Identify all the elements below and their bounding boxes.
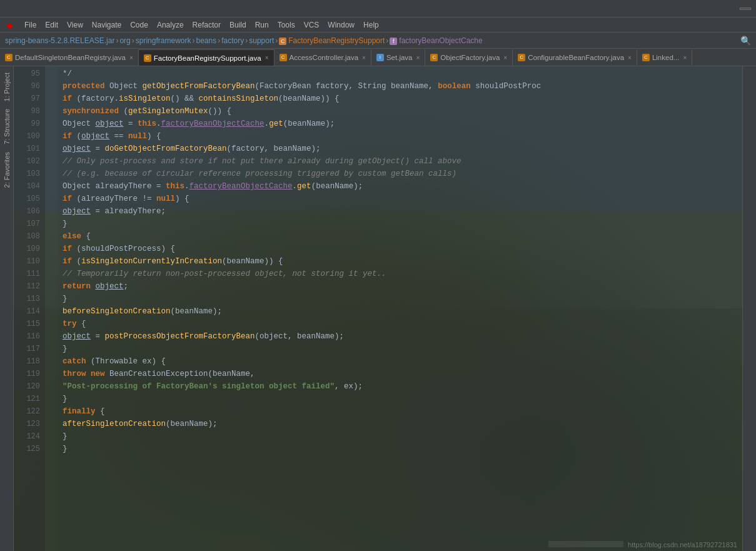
breadcrumb-separator: › (386, 36, 388, 45)
tab-icon: C (144, 54, 151, 62)
code-line: } (63, 393, 737, 405)
tab-label: Set.java (386, 54, 413, 61)
code-container: 9596979899100101102103104105106107108109… (14, 66, 742, 551)
code-line: afterSingletonCreation(beanName); (63, 418, 737, 430)
menu-item-edit[interactable]: Edit (41, 19, 62, 31)
tab-close-button[interactable]: × (129, 54, 133, 61)
main-area: 1: Project7: Structure2: Favorites 95969… (0, 66, 756, 551)
tab-objectfactory.java[interactable]: CObjectFactory.java× (425, 49, 513, 66)
menu-item-tools[interactable]: Tools (274, 19, 299, 31)
breadcrumb-separator: › (245, 36, 248, 45)
tab-close-button[interactable]: × (265, 54, 269, 61)
tab-label: ObjectFactory.java (440, 54, 500, 61)
menu-item-code[interactable]: Code (126, 19, 152, 31)
code-line: return object; (63, 280, 737, 293)
watermark-text: https://blog.csdn.net/a18792721831 (548, 541, 737, 548)
breadcrumb-item[interactable]: support (249, 36, 274, 45)
line-number: 105 (14, 193, 40, 205)
code-line: Object object = this.factoryBeanObjectCa… (63, 118, 737, 130)
tab-close-button[interactable]: × (362, 54, 366, 61)
tab-icon: C (5, 54, 13, 61)
code-line: } (63, 218, 737, 230)
line-number: 114 (14, 305, 40, 318)
line-number: 98 (14, 105, 40, 118)
tab-close-button[interactable]: × (683, 54, 687, 61)
breadcrumb-item[interactable]: factory (221, 36, 244, 45)
code-line: protected Object getObjectFromFactoryBea… (63, 80, 737, 93)
tab-set.java[interactable]: ISet.java× (371, 49, 425, 66)
line-number: 113 (14, 293, 40, 305)
code-line: object = postProcessObjectFromFactoryBea… (63, 330, 737, 343)
intellij-logo: ◆ (3, 19, 17, 31)
search-icon[interactable]: 🔍 (740, 36, 751, 46)
menu-item-analyze[interactable]: Analyze (153, 19, 188, 31)
breadcrumb-item[interactable]: ffactoryBeanObjectCache (390, 36, 482, 45)
field-icon: f (390, 38, 397, 45)
side-panel-label[interactable]: 1: Project (2, 69, 12, 105)
breadcrumb-separator: › (132, 36, 134, 45)
code-line: else { (63, 230, 737, 243)
tab-accesscontroller.java[interactable]: CAccessController.java× (275, 49, 371, 66)
tab-label: AccessController.java (290, 54, 359, 61)
tab-close-button[interactable]: × (628, 54, 632, 61)
menu-item-run[interactable]: Run (251, 19, 273, 31)
menu-item-build[interactable]: Build (226, 19, 250, 31)
tab-icon: I (376, 54, 384, 61)
line-number: 97 (14, 93, 40, 105)
source-button[interactable] (740, 8, 751, 10)
line-number: 104 (14, 180, 40, 193)
code-line: if (isSingletonCurrentlyInCreation(beanN… (63, 255, 737, 268)
line-number: 110 (14, 255, 40, 268)
line-number: 115 (14, 318, 40, 330)
side-panel-label[interactable]: 2: Favorites (2, 148, 12, 191)
code-editor[interactable]: 9596979899100101102103104105106107108109… (14, 66, 742, 551)
menu-item-refactor[interactable]: Refactor (189, 19, 224, 31)
menu-item-view[interactable]: View (63, 19, 87, 31)
tab-configurablebeanfactory.java[interactable]: CConfigurableBeanFactory.java× (513, 49, 637, 66)
tab-label: FactoryBeanRegistrySupport.java (154, 54, 261, 62)
line-number: 118 (14, 355, 40, 368)
menu-bar: ◆ FileEditViewNavigateCodeAnalyzeRefacto… (0, 18, 756, 33)
menu-item-window[interactable]: Window (324, 19, 358, 31)
menu-item-vcs[interactable]: VCS (300, 19, 323, 31)
breadcrumb-item[interactable]: springframework (136, 36, 191, 45)
line-number: 95 (14, 68, 40, 80)
side-panel-label[interactable]: 7: Structure (2, 105, 12, 148)
breadcrumb: spring-beans-5.2.8.RELEASE.jar › org › s… (0, 33, 756, 49)
right-panel (742, 66, 756, 551)
menu-item-file[interactable]: File (21, 19, 40, 31)
code-area[interactable]: */ protected Object getObjectFromFactory… (58, 66, 742, 551)
breadcrumb-item[interactable]: CFactoryBeanRegistrySupport (279, 36, 385, 45)
tab-label: DefaultSingletonBeanRegistry.java (15, 54, 126, 61)
line-number: 101 (14, 143, 40, 155)
breadcrumb-item[interactable]: spring-beans-5.2.8.RELEASE.jar (5, 36, 114, 45)
line-number: 123 (14, 418, 40, 430)
line-number: 125 (14, 443, 40, 455)
tab-close-button[interactable]: × (416, 54, 420, 61)
breadcrumb-separator: › (116, 36, 118, 45)
line-number: 119 (14, 368, 40, 380)
breadcrumb-item[interactable]: org (119, 36, 130, 45)
menu-item-navigate[interactable]: Navigate (88, 19, 125, 31)
breadcrumb-separator: › (275, 36, 278, 45)
tab-factorybeanregistrysupport.java[interactable]: CFactoryBeanRegistrySupport.java× (139, 49, 275, 66)
line-number: 106 (14, 205, 40, 218)
tab-close-button[interactable]: × (503, 54, 507, 61)
code-line: if (object == null) { (63, 130, 737, 143)
menu-item-help[interactable]: Help (360, 19, 383, 31)
tab-defaultsingletonbeanregistry.java[interactable]: CDefaultSingletonBeanRegistry.java× (0, 49, 139, 66)
title-bar (0, 0, 756, 18)
line-number: 96 (14, 80, 40, 93)
code-line: finally { (63, 405, 737, 418)
code-line: // (e.g. because of circular reference p… (63, 168, 737, 180)
line-number: 121 (14, 393, 40, 405)
code-line: object = alreadyThere; (63, 205, 737, 218)
tab-linked...[interactable]: CLinked...× (637, 49, 692, 66)
code-line: throw new BeanCreationException(beanName… (63, 368, 737, 380)
line-number: 111 (14, 268, 40, 280)
code-line: } (63, 293, 737, 305)
code-line: try { (63, 318, 737, 330)
code-line: Object alreadyThere = this.factoryBeanOb… (63, 180, 737, 193)
breadcrumb-item[interactable]: beans (196, 36, 216, 45)
code-line: // Only post-process and store if not pu… (63, 155, 737, 168)
